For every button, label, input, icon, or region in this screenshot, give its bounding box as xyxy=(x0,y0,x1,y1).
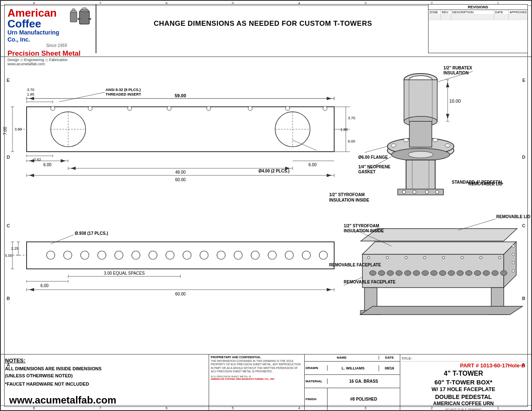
svg-point-166 xyxy=(396,271,402,276)
svg-point-89 xyxy=(234,251,242,259)
svg-point-80 xyxy=(81,251,89,259)
svg-text:6.00: 6.00 xyxy=(348,139,355,143)
svg-marker-64 xyxy=(29,174,34,177)
svg-rect-6 xyxy=(78,18,80,20)
svg-point-170 xyxy=(431,271,437,276)
svg-rect-7 xyxy=(89,18,91,20)
svg-point-140 xyxy=(433,138,438,142)
svg-point-186 xyxy=(498,256,501,259)
svg-text:59.00: 59.00 xyxy=(175,93,186,98)
svg-point-86 xyxy=(183,251,191,259)
svg-point-84 xyxy=(149,251,157,259)
svg-point-88 xyxy=(217,251,225,259)
svg-point-174 xyxy=(466,271,472,276)
drawn-label: DRAWN xyxy=(305,365,328,371)
svg-point-164 xyxy=(378,271,385,276)
svg-text:3.70: 3.70 xyxy=(27,88,34,92)
svg-point-85 xyxy=(166,251,174,259)
svg-point-177 xyxy=(492,271,498,276)
svg-text:60.00: 60.00 xyxy=(175,292,185,296)
svg-text:6.00: 6.00 xyxy=(308,162,317,167)
svg-point-158 xyxy=(425,190,429,194)
drawn-name: L. WILLIAMS xyxy=(328,365,379,371)
svg-marker-47 xyxy=(61,159,66,162)
header: American Coffee Urn Manufacturing Co., I… xyxy=(1,1,531,57)
svg-rect-151 xyxy=(406,160,435,193)
engineering-drawing-page: 8 7 6 5 4 3 2 1 8 7 6 5 4 3 2 1 E D C B … xyxy=(0,0,532,411)
notes-title: NOTES: xyxy=(5,357,209,364)
svg-text:6.00: 6.00 xyxy=(40,283,49,288)
title-line1: 4" T-TOWER xyxy=(401,369,525,378)
svg-point-183 xyxy=(442,256,445,259)
svg-text:1/4" NEOPRENE: 1/4" NEOPRENE xyxy=(358,165,391,169)
website-footer: www.acumetalfab.com xyxy=(9,394,116,406)
svg-text:7.00: 7.00 xyxy=(3,127,7,135)
svg-point-91 xyxy=(268,251,276,259)
drawing-footer: NOTES: ALL DIMENSIONS ARE INSIDE DIMENSI… xyxy=(1,354,531,410)
svg-rect-143 xyxy=(409,121,432,147)
material-value: 16 GA. BRASS xyxy=(328,378,400,384)
svg-line-144 xyxy=(365,146,387,153)
svg-rect-0 xyxy=(70,12,77,22)
svg-point-78 xyxy=(47,251,55,259)
logo-urn-mfg: Urn Manufacturing Co., Inc. xyxy=(7,29,67,43)
svg-text:3.70: 3.70 xyxy=(348,116,355,120)
svg-text:1/2" STYROFOAM: 1/2" STYROFOAM xyxy=(344,224,379,228)
title-line5: AMERICAN COFFEE URN xyxy=(401,401,525,407)
svg-point-18 xyxy=(167,106,171,111)
svg-marker-160 xyxy=(362,242,516,254)
svg-point-94 xyxy=(319,251,328,259)
svg-text:ANSI 8-32 (8 PLCS.): ANSI 8-32 (8 PLCS.) xyxy=(106,88,141,92)
svg-point-168 xyxy=(413,271,420,276)
svg-text:1.85: 1.85 xyxy=(340,128,348,132)
finish-value: #8 POLISHED xyxy=(328,396,400,402)
svg-point-137 xyxy=(391,144,396,147)
svg-point-83 xyxy=(132,251,140,259)
logo-coffee: Coffee xyxy=(7,18,67,29)
svg-marker-28 xyxy=(327,97,332,100)
svg-point-172 xyxy=(448,271,455,276)
svg-point-171 xyxy=(439,271,446,276)
rev-row-4 xyxy=(429,19,527,20)
svg-point-167 xyxy=(404,271,411,276)
svg-point-185 xyxy=(480,256,482,259)
rev-desc-header: DESCRIPTION xyxy=(451,10,494,15)
svg-point-199 xyxy=(512,253,515,256)
svg-point-182 xyxy=(424,256,426,259)
svg-point-147 xyxy=(408,151,433,158)
svg-marker-27 xyxy=(29,97,34,100)
scale-note: DO NOT SCALE DRAWING xyxy=(401,408,525,411)
title-block: PROPRIETARY AND CONFIDENTIAL THE INFORMA… xyxy=(209,354,528,410)
svg-text:10.00: 10.00 xyxy=(449,98,461,103)
svg-point-17 xyxy=(128,106,132,111)
prop-conf-text: THE INFORMATION CONTAINED IN THIS DRAWIN… xyxy=(211,359,303,374)
svg-text:2.62: 2.62 xyxy=(34,158,41,162)
svg-text:1/2" RUBATEX: 1/2" RUBATEX xyxy=(443,66,472,70)
svg-point-163 xyxy=(369,271,376,276)
svg-marker-65 xyxy=(327,174,332,177)
svg-point-156 xyxy=(436,190,439,194)
svg-marker-46 xyxy=(29,159,34,162)
svg-point-92 xyxy=(285,251,293,259)
finish-label: FINISH xyxy=(305,388,328,410)
svg-marker-117 xyxy=(327,288,332,291)
title-line2: 60" T-TOWER BOX* xyxy=(401,378,525,386)
rev-date-header: DATE xyxy=(494,10,509,15)
svg-point-81 xyxy=(98,251,106,259)
iso-top-drawing-svg: 1/2" RUBATEX INSULATION 10.00 Ø6.00 FLAN… xyxy=(356,57,529,215)
svg-text:INSULATION INSIDE: INSULATION INSIDE xyxy=(344,229,384,233)
rev-approved-header: APPROVED xyxy=(509,10,527,15)
svg-marker-132 xyxy=(446,82,449,87)
svg-rect-5 xyxy=(83,7,86,10)
rev-zone-header: ZONE xyxy=(429,10,441,15)
svg-point-155 xyxy=(402,190,406,194)
svg-point-20 xyxy=(248,106,252,111)
svg-point-19 xyxy=(207,106,211,111)
svg-text:INSULATION: INSULATION xyxy=(443,71,468,75)
material-label: MATERIAL xyxy=(305,379,328,384)
svg-point-22 xyxy=(323,106,327,111)
revisions-header: REVISIONS xyxy=(429,5,527,10)
svg-point-93 xyxy=(302,251,310,259)
svg-rect-3 xyxy=(79,11,89,24)
svg-text:REMOVABLE FACEPLATE: REMOVABLE FACEPLATE xyxy=(344,280,396,284)
